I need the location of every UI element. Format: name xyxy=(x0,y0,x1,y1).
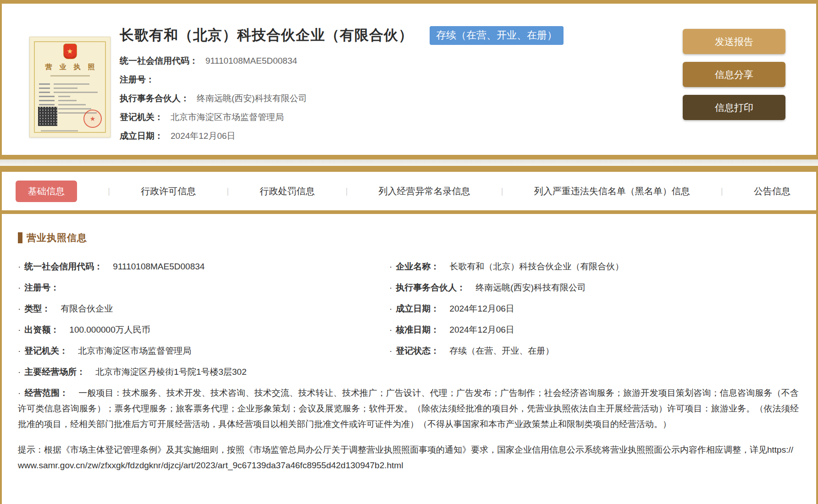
tab-announcement-info[interactable]: 公告信息 xyxy=(754,185,790,197)
section-title: 营业执照信息 xyxy=(18,231,799,244)
top-gold-bar xyxy=(0,0,818,4)
tab-divider: | xyxy=(721,186,723,196)
field-executive-partner: ·执行事务合伙人：终南远眺(西安)科技有限公司 xyxy=(389,277,799,298)
header-field-establish-date: 成立日期：2024年12月06日 xyxy=(120,126,564,145)
field-reg-number: ·注册号： xyxy=(18,277,389,298)
tab-divider: | xyxy=(501,186,503,196)
company-header-panel: ★ 营 业 执 照 ★ 长歌有和（北京）科技合伙企业（有限合伙） 存续（在营、开… xyxy=(0,4,818,159)
status-badge: 存续（在营、开业、在册） xyxy=(430,26,564,45)
license-footer-line xyxy=(60,130,78,131)
license-red-seal-icon: ★ xyxy=(83,110,102,128)
tab-basic-info[interactable]: 基础信息 xyxy=(16,181,77,202)
business-license-image: ★ 营 业 执 照 ★ xyxy=(29,37,111,137)
header-field-registration-authority: 登记机关：北京市海淀区市场监督管理局 xyxy=(120,108,564,126)
share-info-button[interactable]: 信息分享 xyxy=(683,62,785,87)
print-info-button[interactable]: 信息打印 xyxy=(683,95,785,120)
tabs-panel: 基础信息 | 行政许可信息 | 行政处罚信息 | 列入经营异常名录信息 | 列入… xyxy=(0,166,818,214)
tab-divider: | xyxy=(227,186,229,196)
field-credit-code: ·统一社会信用代码：91110108MAE5D00834 xyxy=(18,256,389,277)
header-action-buttons: 发送报告 信息分享 信息打印 xyxy=(683,29,785,120)
field-business-scope: ·经营范围：一般项目：技术服务、技术开发、技术咨询、技术交流、技术转让、技术推广… xyxy=(18,385,799,432)
business-license-info-panel: 营业执照信息 ·统一社会信用代码：91110108MAE5D00834 ·企业名… xyxy=(0,214,818,504)
tab-abnormal-operation-list[interactable]: 列入经营异常名录信息 xyxy=(379,185,470,197)
tab-admin-penalty-info[interactable]: 行政处罚信息 xyxy=(260,185,315,197)
license-title: 营 业 执 照 xyxy=(30,63,110,71)
license-qr-code xyxy=(38,107,57,126)
tab-divider: | xyxy=(346,186,348,196)
company-summary: 长歌有和（北京）科技合伙企业（有限合伙） 存续（在营、开业、在册） 统一社会信用… xyxy=(120,26,564,155)
national-emblem-icon: ★ xyxy=(63,44,77,59)
field-main-premises: ·主要经营场所：北京市海淀区丹棱街1号院1号楼3层302 xyxy=(18,362,799,383)
field-approval-date: ·核准日期：2024年12月06日 xyxy=(389,319,799,340)
field-capital: ·出资额：100.000000万人民币 xyxy=(18,319,389,340)
field-establish-date: ·成立日期：2024年12月06日 xyxy=(389,298,799,319)
tab-bar: 基础信息 | 行政许可信息 | 行政处罚信息 | 列入经营异常名录信息 | 列入… xyxy=(2,172,816,210)
tab-serious-violation-blacklist[interactable]: 列入严重违法失信名单（黑名单）信息 xyxy=(534,185,690,197)
header-field-executive-partner: 执行事务合伙人：终南远眺(西安)科技有限公司 xyxy=(120,89,564,108)
field-registration-authority: ·登记机关：北京市海淀区市场监督管理局 xyxy=(18,340,389,362)
tab-admin-license-info[interactable]: 行政许可信息 xyxy=(141,185,196,197)
page-title: 长歌有和（北京）科技合伙企业（有限合伙） xyxy=(120,26,413,45)
section-title-marker xyxy=(18,232,22,243)
adjustment-notice: 提示：根据《市场主体登记管理条例》及其实施细则，按照《市场监管总局办公厅关于调整… xyxy=(18,442,799,473)
section-title-text: 营业执照信息 xyxy=(27,231,87,244)
license-subtitle-line xyxy=(50,75,90,77)
send-report-button[interactable]: 发送报告 xyxy=(683,29,785,54)
license-fields-grid: ·统一社会信用代码：91110108MAE5D00834 ·企业名称：长歌有和（… xyxy=(18,256,799,383)
tab-divider: | xyxy=(108,186,110,196)
field-registration-status: ·登记状态：存续（在营、开业、在册） xyxy=(389,340,799,362)
header-field-reg-number: 注册号： xyxy=(120,70,564,89)
field-company-name: ·企业名称：长歌有和（北京）科技合伙企业（有限合伙） xyxy=(389,256,799,277)
panel-gap xyxy=(0,159,818,166)
field-company-type: ·类型：有限合伙企业 xyxy=(18,298,389,319)
header-field-credit-code: 统一社会信用代码：91110108MAE5D00834 xyxy=(120,51,564,70)
